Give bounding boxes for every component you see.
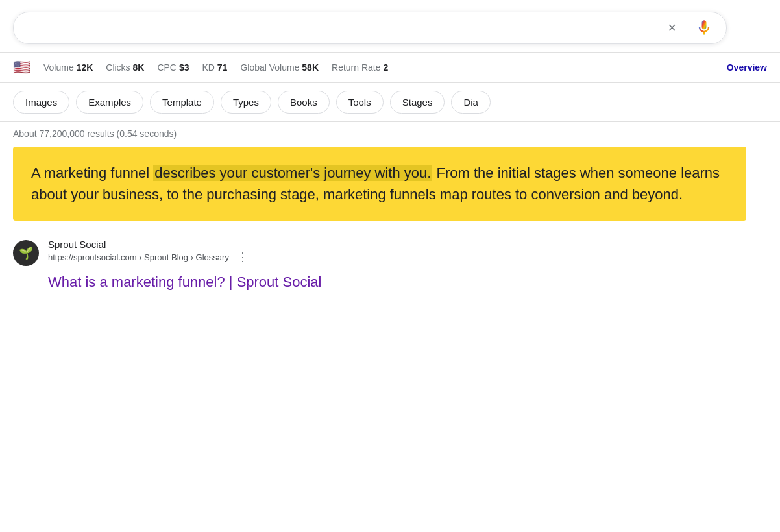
overview-link[interactable]: Overview bbox=[727, 62, 767, 73]
search-bar: marketing funnel × bbox=[13, 12, 727, 44]
search-input[interactable]: marketing funnel bbox=[24, 21, 663, 36]
stat-cpc: CPC $3 bbox=[157, 62, 189, 73]
mic-button[interactable] bbox=[692, 19, 716, 37]
featured-snippet: A marketing funnel describes your custom… bbox=[13, 147, 746, 221]
source-url-row: https://sproutsocial.com › Sprout Blog ›… bbox=[48, 251, 251, 263]
featured-snippet-text: A marketing funnel describes your custom… bbox=[31, 162, 728, 205]
stat-clicks: Clicks 8K bbox=[106, 62, 144, 73]
pill-tools[interactable]: Tools bbox=[336, 91, 384, 114]
source-favicon-icon: 🌱 bbox=[19, 246, 33, 260]
source-more-button[interactable]: ⋮ bbox=[234, 251, 251, 263]
search-clear-button[interactable]: × bbox=[663, 21, 681, 35]
flag-icon: 🇺🇸 bbox=[13, 59, 30, 76]
result-title-link[interactable]: What is a marketing funnel? | Sprout Soc… bbox=[0, 271, 780, 301]
pill-template[interactable]: Template bbox=[150, 91, 214, 114]
stat-volume: Volume 12K bbox=[43, 62, 93, 73]
search-divider bbox=[687, 19, 687, 37]
stat-return-rate: Return Rate 2 bbox=[332, 62, 388, 73]
stats-row: 🇺🇸 Volume 12K Clicks 8K CPC $3 KD 71 Glo… bbox=[0, 53, 780, 83]
source-url: https://sproutsocial.com › Sprout Blog ›… bbox=[48, 252, 229, 262]
pill-books[interactable]: Books bbox=[278, 91, 330, 114]
pill-types[interactable]: Types bbox=[221, 91, 271, 114]
source-meta: Sprout Social https://sproutsocial.com ›… bbox=[48, 239, 251, 263]
pill-stages[interactable]: Stages bbox=[390, 91, 445, 114]
pills-row: Images Examples Template Types Books Too… bbox=[0, 83, 780, 122]
mic-icon bbox=[695, 19, 713, 37]
pill-images[interactable]: Images bbox=[13, 91, 69, 114]
pill-dia[interactable]: Dia bbox=[451, 91, 491, 114]
snippet-text-1: A marketing funnel bbox=[31, 165, 153, 181]
snippet-highlight: describes your customer's journey with y… bbox=[153, 165, 432, 181]
stat-global-volume: Global Volume 58K bbox=[240, 62, 319, 73]
source-favicon: 🌱 bbox=[13, 240, 39, 266]
source-name: Sprout Social bbox=[48, 239, 251, 250]
source-result: 🌱 Sprout Social https://sproutsocial.com… bbox=[0, 231, 780, 271]
stat-kd: KD 71 bbox=[202, 62, 227, 73]
results-info: About 77,200,000 results (0.54 seconds) bbox=[0, 122, 780, 144]
pill-examples[interactable]: Examples bbox=[76, 91, 143, 114]
search-bar-wrapper: marketing funnel × bbox=[0, 0, 780, 53]
